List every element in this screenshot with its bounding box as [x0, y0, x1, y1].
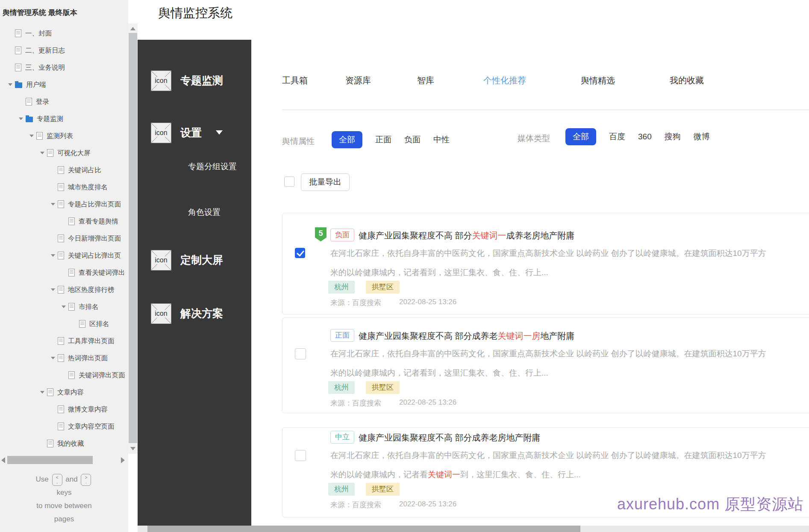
- page-icon: [68, 269, 75, 276]
- article-title[interactable]: 健康产业园集聚程度不高 部分成养老房地产附庸: [359, 432, 541, 444]
- tree-item[interactable]: 今日新增弹出页面: [0, 230, 128, 247]
- expand-arrow-icon[interactable]: [38, 152, 47, 154]
- main-nav-sidebar: icon专题监测icon设置专题分组设置角色设置icon定制大屏icon解决方案: [138, 40, 251, 526]
- tab-1[interactable]: 资源库: [345, 75, 371, 86]
- sentiment-option-3[interactable]: 中性: [433, 134, 450, 145]
- expand-arrow-icon[interactable]: [48, 254, 58, 257]
- sitemap-vertical-scrollbar[interactable]: [128, 24, 138, 454]
- expand-arrow-icon[interactable]: [48, 288, 58, 291]
- scroll-down-arrow-icon[interactable]: [130, 447, 135, 450]
- article-checkbox[interactable]: [295, 348, 306, 359]
- tree-item[interactable]: 查看关键词弹出: [0, 264, 128, 281]
- tab-3[interactable]: 个性化推荐: [483, 75, 526, 86]
- tree-item[interactable]: 二、更新日志: [0, 42, 128, 59]
- media-option-0[interactable]: 全部: [565, 128, 596, 145]
- tree-item[interactable]: 关键词占比: [0, 162, 128, 179]
- tree-item[interactable]: 登录: [0, 93, 128, 110]
- tree-item[interactable]: 文章内容空页面: [0, 418, 128, 435]
- text-part: 米的以岭健康城内，记者看到，这里汇集衣、食、住、行上...: [330, 368, 548, 377]
- article-title[interactable]: 健康产业园集聚程度不高 部分关键词一成养老房地产附庸: [359, 230, 575, 241]
- tree-item[interactable]: 监测列表: [0, 127, 128, 144]
- chevron-down-icon[interactable]: [216, 130, 223, 135]
- tree-item[interactable]: 专题占比弹出页面: [0, 196, 128, 213]
- text-part: 在河北石家庄，依托自身丰富的中医药文化，国家重点高新技术企业 以岭药业 创办了以…: [330, 249, 766, 258]
- tree-item-label: 微博文章内容: [68, 405, 108, 414]
- sidebar-item-1[interactable]: 设置: [180, 123, 202, 142]
- tree-item-label: 三、业务说明: [25, 63, 65, 72]
- page-icon: [58, 235, 64, 242]
- media-option-1[interactable]: 百度: [609, 131, 625, 142]
- page-icon: [58, 406, 64, 413]
- location-tags: 杭州拱墅区: [328, 281, 400, 294]
- tab-0[interactable]: 工具箱: [282, 75, 308, 86]
- tree-item[interactable]: 关键词占比弹出页: [0, 247, 128, 264]
- tree-item[interactable]: 一、封面: [0, 25, 128, 42]
- article-summary-line-2: 米的以岭健康城内，记者看到，这里汇集衣、食、住、行上...: [330, 267, 548, 278]
- tree-item[interactable]: 可视化大屏: [0, 144, 128, 162]
- page-icon: [58, 166, 64, 174]
- page-horizontal-scrollbar[interactable]: [138, 526, 809, 532]
- text-part: 米的以岭健康城内，记者看到，这里汇集衣、食、住、行上...: [330, 268, 548, 277]
- keyword-highlight: 关键词一房: [498, 331, 541, 341]
- page-icon: [47, 388, 53, 396]
- vscroll-thumb[interactable]: [129, 33, 137, 443]
- sentiment-option-1[interactable]: 正面: [375, 134, 391, 145]
- hscroll-right-arrow-icon[interactable]: [121, 457, 125, 463]
- sidebar-item-0[interactable]: 专题监测: [180, 71, 223, 90]
- expand-arrow-icon[interactable]: [38, 391, 47, 394]
- tree-item[interactable]: 关键词弹出页面: [0, 367, 128, 384]
- tree-item[interactable]: 微博文章内容: [0, 401, 128, 418]
- sidebar-item-2[interactable]: 专题分组设置: [188, 162, 237, 171]
- hscroll-thumb[interactable]: [7, 456, 93, 464]
- sentiment-option-2[interactable]: 负面: [404, 134, 421, 145]
- expand-arrow-icon[interactable]: [16, 118, 26, 120]
- tree-item-label: 地区热度排行榜: [68, 285, 115, 294]
- select-all-checkbox[interactable]: [284, 176, 294, 187]
- tree-item[interactable]: 工具库弹出页面: [0, 332, 128, 350]
- article-checkbox[interactable]: [295, 248, 305, 258]
- page-hscroll-thumb[interactable]: [147, 526, 580, 532]
- tab-4[interactable]: 舆情精选: [581, 75, 615, 86]
- tree-item[interactable]: 三、业务说明: [0, 59, 128, 76]
- tree-item-label: 关键词弹出页面: [79, 371, 125, 380]
- batch-export-button[interactable]: 批量导出: [301, 173, 350, 191]
- tree-item[interactable]: 查看专题舆情: [0, 213, 128, 230]
- tree-item-label: 工具库弹出页面: [68, 337, 115, 346]
- hscroll-left-arrow-icon[interactable]: [1, 457, 5, 463]
- expand-arrow-icon[interactable]: [59, 306, 68, 308]
- tree-item-label: 文章内容空页面: [68, 422, 115, 431]
- media-option-2[interactable]: 360: [638, 132, 652, 141]
- media-option-3[interactable]: 搜狗: [665, 131, 681, 142]
- scroll-up-arrow-icon[interactable]: [130, 27, 135, 30]
- tree-item[interactable]: 市排名: [0, 298, 128, 315]
- article-title[interactable]: 健康产业园集聚程度不高 部分成养老关键词一房地产附庸: [359, 330, 575, 342]
- tree-item[interactable]: 专题监测: [0, 110, 128, 127]
- image-placeholder-icon: icon: [151, 123, 171, 143]
- tree-item[interactable]: 用户端: [0, 76, 128, 93]
- tab-2[interactable]: 智库: [417, 75, 434, 86]
- text-part: 在河北石家庄，依托自身丰富的中医药文化，国家重点高新技术企业 以岭药业 创办了以…: [330, 451, 766, 460]
- tree-item[interactable]: 我的收藏: [0, 435, 128, 452]
- expand-arrow-icon[interactable]: [48, 357, 58, 359]
- page-icon: [58, 200, 64, 208]
- text-part: 健康产业园集聚程度不高 部分成养老: [359, 331, 498, 341]
- expand-arrow-icon[interactable]: [27, 135, 36, 137]
- article-checkbox[interactable]: [295, 450, 306, 461]
- tree-item[interactable]: 区排名: [0, 315, 128, 332]
- sidebar-item-3[interactable]: 角色设置: [188, 208, 221, 217]
- tree-item[interactable]: 文章内容: [0, 384, 128, 401]
- tree-item[interactable]: 热词弹出页面: [0, 350, 128, 367]
- page-title: 舆情监控系统: [158, 5, 232, 22]
- expand-arrow-icon[interactable]: [6, 83, 15, 86]
- page-icon: [36, 132, 43, 140]
- sentiment-tag: 负面: [330, 229, 354, 241]
- sidebar-item-4[interactable]: 定制大屏: [180, 250, 223, 270]
- sidebar-item-5[interactable]: 解决方案: [180, 303, 223, 323]
- tree-item[interactable]: 地区热度排行榜: [0, 281, 128, 298]
- icon-placeholder-label: icon: [154, 310, 168, 317]
- sentiment-option-0[interactable]: 全部: [332, 131, 362, 148]
- tab-5[interactable]: 我的收藏: [670, 75, 704, 86]
- tree-item[interactable]: 城市热度排名: [0, 179, 128, 196]
- media-option-4[interactable]: 微博: [694, 131, 710, 142]
- expand-arrow-icon[interactable]: [48, 203, 58, 206]
